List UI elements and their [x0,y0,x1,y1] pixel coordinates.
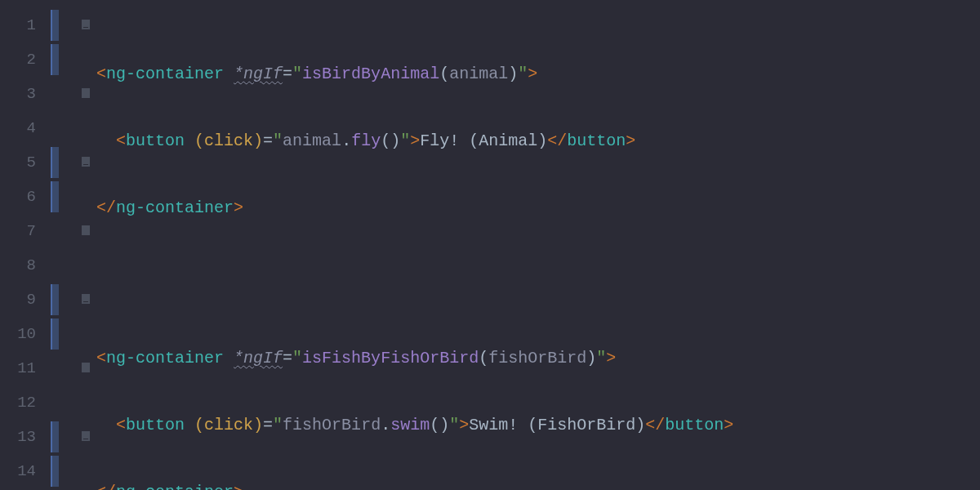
line-number: 14 [7,454,36,488]
fold-toggle-icon[interactable] [82,363,90,372]
fold-toggle-icon[interactable] [82,157,90,167]
line-number: 2 [7,42,36,77]
fold-toggle-icon[interactable] [82,431,90,441]
vcs-change-marker [51,421,59,452]
vcs-change-marker [51,181,59,212]
code-line[interactable]: </ng-container> [96,191,980,225]
fold-toggle-icon[interactable] [82,225,90,235]
line-number: 1 [7,8,36,42]
line-number: 8 [7,248,36,283]
line-number: 10 [7,317,36,351]
fold-toggle-icon[interactable] [82,294,90,304]
fold-gutter [47,0,96,490]
code-line[interactable] [96,258,980,292]
line-number: 13 [7,420,36,454]
line-number: 5 [7,145,36,180]
line-number-gutter: 1 2 3 4 5 6 7 8 9 10 11 12 13 14 [0,0,47,490]
line-number: 9 [7,283,36,317]
line-number: 7 [7,214,36,248]
line-number: 11 [7,351,36,385]
vcs-change-marker [51,456,59,487]
line-number: 3 [7,77,36,111]
vcs-change-marker [51,318,59,350]
vcs-change-marker [51,44,59,75]
line-number: 12 [7,385,36,420]
code-line[interactable]: <button (click)="animal.fly()">Fly! (Ani… [96,124,980,158]
fold-toggle-icon[interactable] [82,88,90,98]
line-number: 4 [7,111,36,145]
code-area[interactable]: <ng-container *ngIf="isBirdByAnimal(anim… [96,0,980,490]
code-line[interactable]: <button (click)="fishOrBird.swim()">Swim… [96,408,980,443]
vcs-change-marker [51,284,59,315]
fold-toggle-icon[interactable] [82,20,90,29]
vcs-change-marker [51,147,59,178]
line-number: 6 [7,180,36,214]
code-editor[interactable]: 1 2 3 4 5 6 7 8 9 10 11 12 13 14 <ng-con… [0,0,980,490]
code-line[interactable]: <ng-container *ngIf="isFishByFishOrBird(… [96,341,980,376]
code-line[interactable]: </ng-container> [96,475,980,490]
code-line[interactable]: <ng-container *ngIf="isBirdByAnimal(anim… [96,57,980,91]
vcs-change-marker [51,10,59,41]
